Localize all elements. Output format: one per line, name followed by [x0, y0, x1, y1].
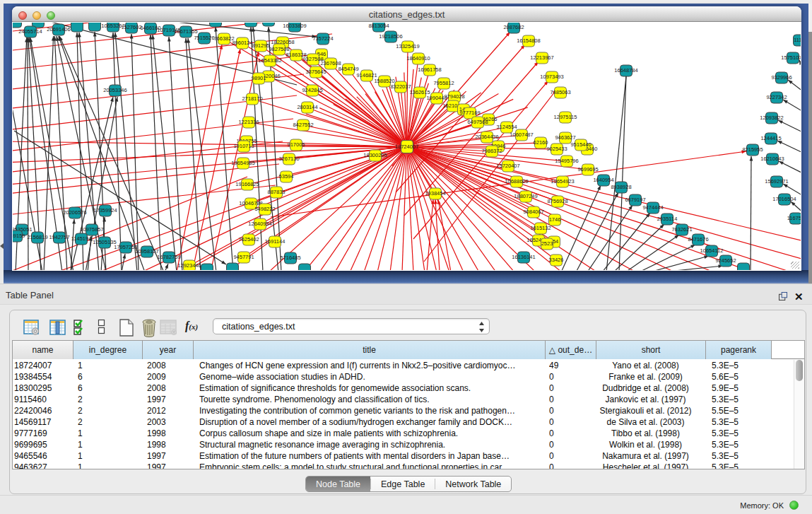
svg-text:7663822: 7663822	[213, 35, 234, 42]
svg-text:13325419: 13325419	[396, 43, 419, 49]
svg-text:7357224: 7357224	[312, 35, 333, 42]
svg-text:10975857: 10975857	[80, 226, 103, 233]
svg-text:10958107: 10958107	[135, 248, 158, 255]
svg-text:9699695: 9699695	[577, 166, 598, 173]
svg-text:20691406: 20691406	[47, 26, 70, 33]
svg-text:887833: 887833	[267, 189, 285, 195]
svg-text:16671355: 16671355	[174, 28, 197, 35]
svg-text:3267130: 3267130	[278, 156, 299, 162]
svg-text:18807249: 18807249	[514, 193, 537, 199]
svg-text:8427552: 8427552	[293, 122, 313, 128]
svg-text:16154808: 16154808	[517, 37, 540, 44]
svg-text:3124554: 3124554	[496, 124, 517, 130]
svg-text:16210643: 16210643	[760, 156, 784, 162]
svg-text:1938454: 1938454	[425, 190, 445, 197]
svg-text:12093822: 12093822	[760, 115, 783, 121]
svg-text:98901: 98901	[252, 75, 266, 81]
svg-text:9245652: 9245652	[715, 257, 736, 264]
svg-text:18300295: 18300295	[363, 152, 387, 158]
svg-text:9227342: 9227342	[766, 94, 787, 100]
svg-text:10973493: 10973493	[540, 74, 563, 80]
svg-text:10688609: 10688609	[505, 178, 528, 185]
svg-text:2156819: 2156819	[27, 234, 47, 240]
svg-text:7632621: 7632621	[671, 226, 692, 233]
svg-text:12505135: 12505135	[93, 239, 116, 245]
svg-text:17016504: 17016504	[772, 196, 796, 202]
svg-text:20364436: 20364436	[475, 134, 498, 140]
svg-text:6879197: 6879197	[625, 197, 645, 203]
svg-text:7955812: 7955812	[433, 80, 454, 86]
svg-text:19218506: 19218506	[379, 33, 402, 40]
svg-text:62160: 62160	[534, 139, 548, 146]
svg-text:5498222: 5498222	[254, 206, 275, 212]
svg-text:9329966: 9329966	[771, 74, 792, 81]
svg-text:20053346: 20053346	[103, 87, 126, 93]
svg-text:116753: 116753	[787, 215, 801, 221]
svg-text:9474444: 9474444	[642, 204, 663, 211]
svg-text:8471676: 8471676	[688, 236, 708, 243]
svg-text:1527602: 1527602	[121, 24, 141, 30]
svg-text:16961758: 16961758	[418, 66, 441, 73]
svg-text:5716485: 5716485	[280, 255, 300, 261]
svg-text:12640934: 12640934	[248, 221, 271, 227]
svg-text:17957253: 17957253	[114, 244, 137, 250]
svg-text:891295: 891295	[252, 42, 269, 49]
svg-text:8454749: 8454749	[338, 66, 358, 72]
svg-text:1244415: 1244415	[760, 135, 781, 141]
svg-text:1910713: 1910713	[233, 143, 254, 149]
svg-text:939159: 939159	[13, 233, 25, 239]
svg-text:19654985: 19654985	[231, 160, 254, 166]
svg-text:16648784: 16648784	[614, 67, 637, 74]
svg-text:8938928: 8938928	[611, 184, 631, 190]
svg-text:16033809: 16033809	[283, 23, 306, 29]
svg-text:1112: 1112	[794, 37, 801, 43]
svg-text:917005: 917005	[287, 141, 305, 148]
svg-text:10654112: 10654112	[700, 247, 724, 254]
svg-text:15495796: 15495796	[555, 158, 578, 164]
svg-text:9242845: 9242845	[302, 87, 322, 93]
svg-text:2935114: 2935114	[657, 216, 678, 222]
svg-text:8960124: 8960124	[232, 40, 252, 46]
svg-text:8322037: 8322037	[390, 83, 411, 90]
svg-text:18640910: 18640910	[406, 55, 430, 62]
svg-text:9463627: 9463627	[555, 134, 575, 141]
svg-text:9457791: 9457791	[233, 254, 254, 260]
svg-text:1221336: 1221336	[238, 119, 259, 125]
svg-text:9777169: 9777169	[459, 110, 480, 116]
svg-text:8813054: 8813054	[368, 23, 389, 29]
svg-text:2803144: 2803144	[297, 104, 317, 110]
svg-text:1615132: 1615132	[530, 225, 551, 231]
svg-text:18724007: 18724007	[395, 144, 418, 150]
svg-text:12923446: 12923446	[177, 262, 201, 269]
svg-text:10607487: 10607487	[510, 132, 533, 138]
svg-text:8756928: 8756928	[547, 198, 567, 204]
svg-text:3375645: 3375645	[305, 69, 326, 75]
svg-text:53594: 53594	[279, 173, 294, 180]
svg-text:9025433: 9025433	[546, 146, 567, 152]
svg-text:12975115: 12975115	[554, 114, 577, 120]
svg-text:9084067: 9084067	[523, 209, 543, 215]
svg-text:2523: 2523	[541, 240, 553, 247]
svg-text:17359924: 17359924	[93, 207, 117, 214]
svg-text:16136141: 16136141	[512, 254, 535, 260]
svg-text:7625402: 7625402	[238, 236, 259, 243]
svg-text:2718170: 2718170	[242, 95, 262, 102]
svg-text:1746: 1746	[549, 216, 561, 223]
svg-text:1691144: 1691144	[265, 238, 286, 245]
svg-text:16543382: 16543382	[258, 57, 281, 64]
svg-text:8215955: 8215955	[742, 146, 763, 153]
svg-text:19654923: 19654923	[551, 178, 574, 185]
svg-text:6497568: 6497568	[467, 119, 488, 125]
svg-text:19166825: 19166825	[235, 181, 259, 187]
svg-text:15720407: 15720407	[496, 163, 519, 169]
svg-text:9515440: 9515440	[570, 141, 591, 148]
svg-text:1145194: 1145194	[71, 235, 92, 242]
svg-text:1640954: 1640954	[593, 177, 613, 183]
svg-text:12213967: 12213967	[530, 54, 553, 61]
svg-text:2087682: 2087682	[503, 24, 524, 30]
svg-text:15692971: 15692971	[765, 178, 788, 185]
svg-text:7515526: 7515526	[194, 35, 214, 41]
svg-text:7986372: 7986372	[481, 148, 502, 154]
svg-text:15751074: 15751074	[781, 54, 801, 61]
svg-text:7485063: 7485063	[550, 89, 570, 95]
